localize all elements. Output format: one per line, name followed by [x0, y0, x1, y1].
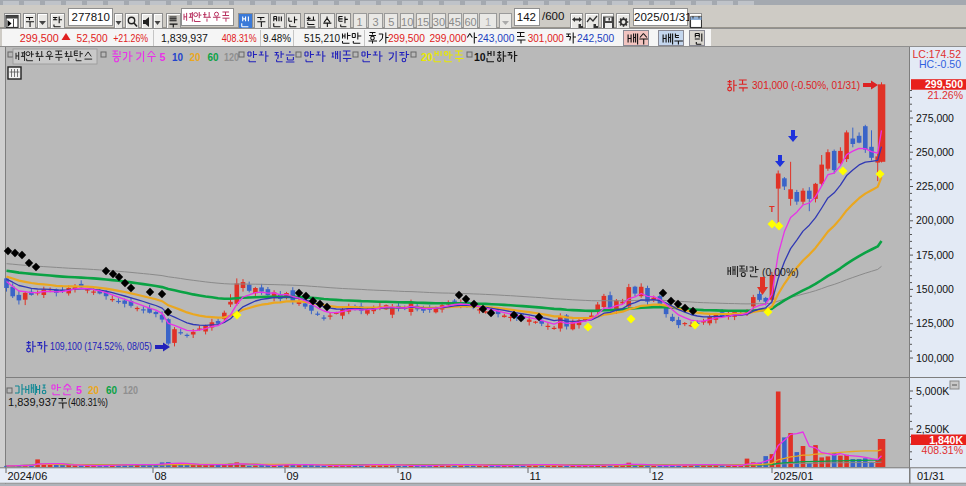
svg-text:5: 5 [76, 384, 82, 396]
svg-text:250,000: 250,000 [916, 146, 954, 158]
svg-text:20: 20 [190, 51, 201, 63]
svg-text:(408.31%): (408.31%) [68, 396, 108, 408]
svg-text:301,000 (-0.50%, 01/31): 301,000 (-0.50%, 01/31) [752, 79, 860, 91]
svg-text:175,000: 175,000 [916, 249, 954, 261]
svg-text:5,000K: 5,000K [916, 385, 949, 397]
svg-text:125,000: 125,000 [916, 317, 954, 329]
svg-text:1,839,937: 1,839,937 [8, 396, 57, 408]
svg-text:5: 5 [160, 51, 166, 63]
svg-text:11: 11 [530, 470, 541, 482]
svg-text:225,000: 225,000 [916, 180, 954, 192]
svg-text:100,000: 100,000 [916, 352, 954, 364]
svg-text:9.48%: 9.48% [263, 32, 291, 44]
svg-text:120: 120 [224, 51, 239, 63]
svg-text:10: 10 [172, 51, 183, 63]
svg-text:10: 10 [474, 51, 486, 63]
svg-text:01/31: 01/31 [917, 470, 945, 482]
svg-text:20: 20 [421, 51, 433, 63]
svg-text:299,500: 299,500 [388, 32, 425, 44]
svg-text:08: 08 [155, 470, 167, 482]
svg-text:2025/01: 2025/01 [774, 470, 814, 482]
svg-text:1,839,937: 1,839,937 [161, 32, 208, 44]
svg-text:299,500: 299,500 [20, 32, 59, 44]
svg-text:242,500: 242,500 [577, 32, 614, 44]
svg-text:20: 20 [88, 384, 99, 396]
svg-text:408.31%: 408.31% [922, 444, 963, 456]
svg-text:52,500: 52,500 [77, 32, 108, 44]
svg-text:2024/06: 2024/06 [8, 470, 48, 482]
svg-text:12: 12 [652, 470, 664, 482]
svg-text:120: 120 [123, 384, 138, 396]
svg-text:243,000: 243,000 [477, 32, 514, 44]
svg-text:299,000: 299,000 [429, 32, 466, 44]
svg-text:09: 09 [287, 470, 299, 482]
svg-text:(0.00%): (0.00%) [762, 266, 799, 278]
svg-text:515,210: 515,210 [304, 32, 340, 44]
svg-text:109,100 (174.52%, 08/05): 109,100 (174.52%, 08/05) [50, 340, 152, 352]
svg-text:10: 10 [400, 470, 412, 482]
svg-text:408.31%: 408.31% [222, 32, 257, 44]
svg-text:301,000: 301,000 [528, 32, 564, 44]
svg-text:HC:-0.50: HC:-0.50 [919, 58, 961, 70]
svg-text:T: T [769, 204, 775, 214]
svg-text:200,000: 200,000 [916, 214, 954, 226]
svg-text:275,000: 275,000 [916, 112, 954, 124]
svg-text:21.26%: 21.26% [927, 89, 963, 101]
svg-text:150,000: 150,000 [916, 283, 954, 295]
svg-text:60: 60 [106, 384, 117, 396]
svg-text:+21.26%: +21.26% [113, 32, 148, 44]
svg-text:60: 60 [208, 51, 219, 63]
